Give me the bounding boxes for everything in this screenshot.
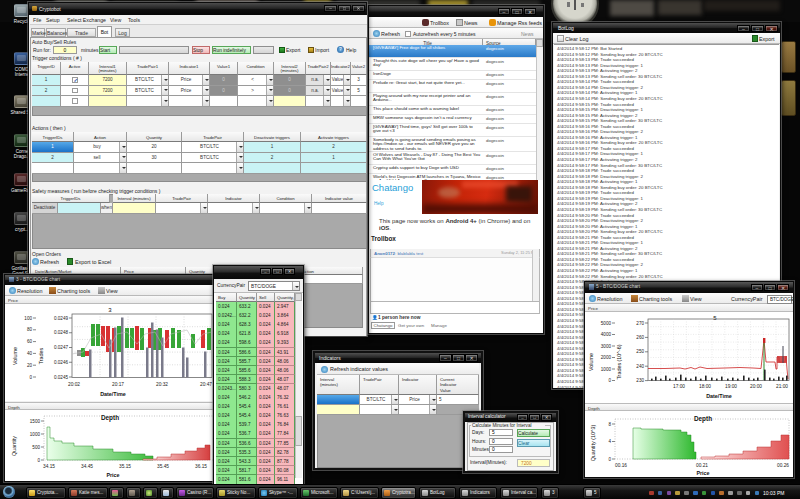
svg-text:00.16: 00.16 [615,463,627,468]
svg-text:20:32: 20:32 [156,382,168,387]
svg-text:270: 270 [636,321,644,326]
svg-text:Depth: Depth [101,414,119,422]
svg-text:Volume: Volume [12,347,18,365]
svg-text:4000: 4000 [601,332,612,337]
svg-text:19:00: 19:00 [725,384,737,389]
svg-text:230: 230 [636,378,644,383]
svg-text:0: 0 [29,375,32,380]
svg-text:36.15: 36.15 [195,464,207,469]
svg-text:Date/Time: Date/Time [100,391,126,397]
svg-text:0.0248: 0.0248 [54,330,68,335]
svg-text:20:02: 20:02 [68,382,80,387]
svg-text:250: 250 [636,349,644,354]
svg-text:Price: Price [696,470,709,476]
svg-text:60: 60 [27,339,33,344]
svg-text:8: 8 [608,422,611,427]
svg-text:0: 0 [608,378,611,383]
svg-text:500: 500 [32,445,40,450]
svg-text:1000: 1000 [30,432,41,437]
svg-text:0: 0 [37,458,40,463]
svg-text:5000: 5000 [601,321,612,326]
svg-text:20: 20 [27,363,33,368]
svg-text:17:00: 17:00 [673,384,685,389]
svg-text:3: 3 [108,307,112,313]
svg-text:Volume: Volume [588,353,594,371]
svg-text:Trades (10^-6): Trades (10^-6) [616,344,622,379]
svg-text:0: 0 [608,457,611,462]
svg-text:34.15: 34.15 [43,464,55,469]
svg-text:35.45: 35.45 [157,464,169,469]
svg-text:18:00: 18:00 [699,384,711,389]
svg-text:0.0245: 0.0245 [54,375,68,380]
svg-text:35.15: 35.15 [119,464,131,469]
svg-text:00.26: 00.26 [777,463,789,468]
svg-text:1500: 1500 [30,419,41,424]
svg-text:0.0246: 0.0246 [54,360,68,365]
svg-text:Price: Price [106,472,119,478]
svg-text:260: 260 [636,335,644,340]
svg-text:100: 100 [24,316,32,321]
svg-text:0.0249: 0.0249 [54,316,68,321]
svg-text:20:00: 20:00 [750,384,762,389]
svg-text:20:47: 20:47 [200,382,212,387]
svg-text:240: 240 [636,364,644,369]
svg-text:0.0247: 0.0247 [54,345,68,350]
svg-text:Trades: Trades [38,347,44,364]
svg-text:80: 80 [27,327,33,332]
svg-text:5: 5 [713,315,717,321]
svg-text:34.45: 34.45 [81,464,93,469]
svg-text:20:17: 20:17 [112,382,124,387]
svg-text:2000: 2000 [601,355,612,360]
svg-text:00.21: 00.21 [696,463,708,468]
svg-text:40: 40 [27,351,33,356]
svg-text:1000: 1000 [601,367,612,372]
svg-text:Date/Time: Date/Time [706,393,732,399]
svg-text:3000: 3000 [601,344,612,349]
svg-text:Quantity (10^3): Quantity (10^3) [590,424,596,461]
svg-text:4: 4 [608,439,611,444]
svg-text:Quantity: Quantity [11,436,17,456]
svg-text:21:00: 21:00 [776,384,788,389]
